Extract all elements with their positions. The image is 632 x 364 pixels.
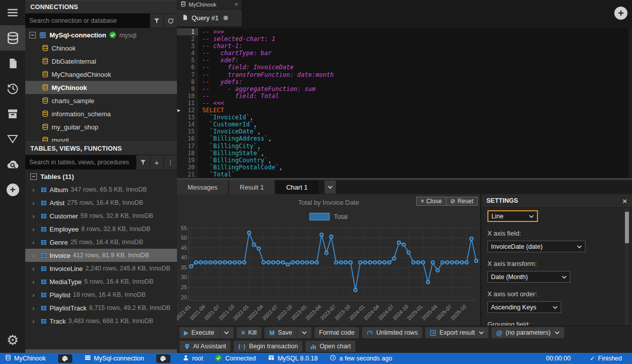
result-tab-result-1[interactable]: Result 1 xyxy=(229,180,276,194)
chart-panel: × Close ⊘ Reset Total by Invoice Date To… xyxy=(177,194,480,326)
table-item-mediatype[interactable]: ›MediaType5 rows, 16.4 KB, InnoDB xyxy=(25,275,177,288)
close-icon[interactable]: × xyxy=(235,1,238,8)
split-dropdown[interactable] xyxy=(297,327,307,338)
button-label: Export result xyxy=(439,329,475,336)
database-explorer-icon[interactable] xyxy=(0,25,25,51)
history-icon[interactable] xyxy=(0,76,25,101)
chart-legend: Total xyxy=(177,213,480,220)
code-line: -- - aggregateFunction: sum xyxy=(202,85,628,93)
result-tabs-dropdown[interactable] xyxy=(325,180,336,194)
settings-gear-icon[interactable]: ⚙ xyxy=(0,328,25,353)
split-dropdown[interactable] xyxy=(219,327,229,338)
table-item-album[interactable]: ›Album347 rows, 65.5 KB, InnoDB xyxy=(25,183,177,196)
tables-title: TABLES, VIEWS, FUNCTIONS xyxy=(30,145,122,152)
settings-panel: SETTINGS × LineX axis field:InvoiceDate … xyxy=(480,194,632,326)
editor-code[interactable]: -- >>>-- selected-chart: 1-- chart-1:-- … xyxy=(198,28,628,178)
table-item-artist[interactable]: ›Artist275 rows, 16.4 KB, InnoDB xyxy=(25,196,177,209)
table-item-playlisttrack[interactable]: ›PlaylistTrack8,715 rows, 49.2 KB, InnoD… xyxy=(25,301,177,314)
menu-icon[interactable] xyxy=(0,0,25,25)
kebab-menu-icon[interactable]: ⋮ xyxy=(163,155,177,169)
table-item-playlist[interactable]: ›Playlist18 rows, 16.4 KB, InnoDB xyxy=(25,288,177,301)
database-item-information-schema[interactable]: information_schema xyxy=(25,107,177,120)
chevron-down-icon xyxy=(562,274,567,281)
toolbar-button-kill[interactable]: ×Kill xyxy=(237,327,261,338)
table-name: Track xyxy=(50,317,66,325)
archive-icon[interactable] xyxy=(0,101,25,126)
toolbar-button-export-result[interactable]: Export result xyxy=(425,327,488,338)
filter-icon[interactable] xyxy=(150,14,163,28)
new-tab-button[interactable]: + xyxy=(614,7,627,20)
line-number: 13 xyxy=(177,114,198,121)
toolbar-button-open-chart[interactable]: Open chart xyxy=(305,341,355,352)
close-icon[interactable]: × xyxy=(622,197,627,205)
connection-search-input[interactable] xyxy=(25,14,150,28)
connection-theme-button[interactable] xyxy=(156,354,170,363)
table-icon xyxy=(40,200,47,206)
button-label: Begin transaction xyxy=(249,343,298,350)
table-item-customer[interactable]: ›Customer59 rows, 32.8 KB, InnoDB xyxy=(25,209,177,222)
editor-scrollbar[interactable] xyxy=(628,28,632,178)
connection-item-mysql-connection[interactable]: −MySql-connectionmysql xyxy=(25,28,177,41)
query-designer-icon[interactable] xyxy=(0,126,25,152)
result-tab-messages[interactable]: Messages xyxy=(177,180,229,194)
files-icon[interactable] xyxy=(0,51,25,76)
toolbar-button-save[interactable]: Save xyxy=(264,327,312,338)
toolbar-button-unlimited-rows[interactable]: Unlimited rows xyxy=(362,327,422,338)
add-icon[interactable]: + xyxy=(150,155,163,169)
status-mysql-connection: MySql-connection xyxy=(84,354,144,362)
chart-reset-button[interactable]: ⊘ Reset xyxy=(446,197,478,206)
icon-rail-top: + xyxy=(0,0,25,202)
chart-close-button[interactable]: × Close xyxy=(416,197,446,206)
database-icon xyxy=(180,1,186,8)
sql-editor[interactable]: 123456789101112▶131415161718192021 -- >>… xyxy=(177,28,632,178)
code-line: `InvoiceId`, xyxy=(202,114,628,121)
scrollbar-thumb[interactable] xyxy=(625,212,629,243)
database-item-chinook[interactable]: Chinook xyxy=(25,41,177,55)
database-theme-button[interactable] xyxy=(58,354,72,363)
table-item-track[interactable]: ›Track3,483 rows, 688.1 KB, InnoDB xyxy=(25,314,177,328)
tab-group-mychinook[interactable]: MyChinook × xyxy=(177,0,242,9)
connections-search-row xyxy=(25,14,177,28)
horizontal-scrollbar[interactable] xyxy=(25,349,177,353)
settings-scrollbar[interactable] xyxy=(625,208,629,326)
tab-query-1[interactable]: Query #1 xyxy=(177,10,242,26)
database-item-mychinook[interactable]: MyChinook xyxy=(25,81,177,94)
toolbar-button-format-code[interactable]: Format code xyxy=(314,327,359,338)
database-item-mysql[interactable]: mysql xyxy=(25,133,177,142)
chevron-right-icon: › xyxy=(32,317,38,325)
table-item-employee[interactable]: ›Employee8 rows, 32.8 KB, InnoDB xyxy=(25,222,177,236)
filter-icon[interactable] xyxy=(136,155,150,169)
status-mysql-8-0-18: MySQL 8.0.18 xyxy=(268,354,318,362)
button-label: Format code xyxy=(319,329,354,336)
database-item-mychangedchinook[interactable]: MyChangedChinook xyxy=(25,68,177,81)
collapse-icon[interactable]: − xyxy=(29,32,36,38)
tables-search-row: + ⋮ xyxy=(25,155,177,170)
database-name: mysql xyxy=(52,136,69,142)
toolbar-button-no-parameters[interactable]: @(no parameters) xyxy=(491,327,564,338)
database-item-my-guitar-shop[interactable]: my_guitar_shop xyxy=(25,120,177,133)
collapse-icon[interactable]: − xyxy=(30,173,37,180)
settings-select-invoicedate-date[interactable]: InvoiceDate (date) xyxy=(487,241,585,252)
table-icon xyxy=(40,292,47,298)
status-right: 00:00:00✓Finished xyxy=(546,355,627,362)
result-tab-chart-1[interactable]: Chart 1 xyxy=(276,180,320,194)
refresh-icon[interactable] xyxy=(163,14,177,28)
barchart-icon xyxy=(310,343,317,350)
settings-select-ascending-keys[interactable]: Ascending Keys xyxy=(487,301,561,313)
table-item-genre[interactable]: ›Genre25 rows, 16.4 KB, InnoDB xyxy=(25,236,177,249)
toolbar-button-execute[interactable]: ▶Execute xyxy=(179,327,234,338)
tables-group-row[interactable]: − Tables (11) xyxy=(25,170,177,183)
table-item-invoice[interactable]: ›Invoice412 rows, 81.9 KB, InnoDB xyxy=(25,249,177,262)
add-connection-icon[interactable]: + xyxy=(0,177,25,202)
table-name: PlaylistTrack xyxy=(50,304,86,312)
database-item-charts-sample[interactable]: charts_sample xyxy=(25,94,177,107)
database-item-dbgateinternal[interactable]: DbGateInternal xyxy=(25,55,177,68)
sgrid-icon xyxy=(268,354,275,362)
settings-select-date-month[interactable]: Date (Month) xyxy=(487,271,570,283)
tables-search-input[interactable] xyxy=(25,155,136,169)
cloud-search-icon[interactable] xyxy=(0,152,25,177)
toolbar-button-begin-transaction[interactable]: {·}Begin transaction xyxy=(234,341,302,352)
table-item-invoiceline[interactable]: ›InvoiceLine2,240 rows, 245.8 KB, InnoDB xyxy=(25,262,177,275)
settings-select-line[interactable]: Line xyxy=(487,210,538,222)
toolbar-button-ai-assistant[interactable]: AI Assistant xyxy=(179,341,231,352)
